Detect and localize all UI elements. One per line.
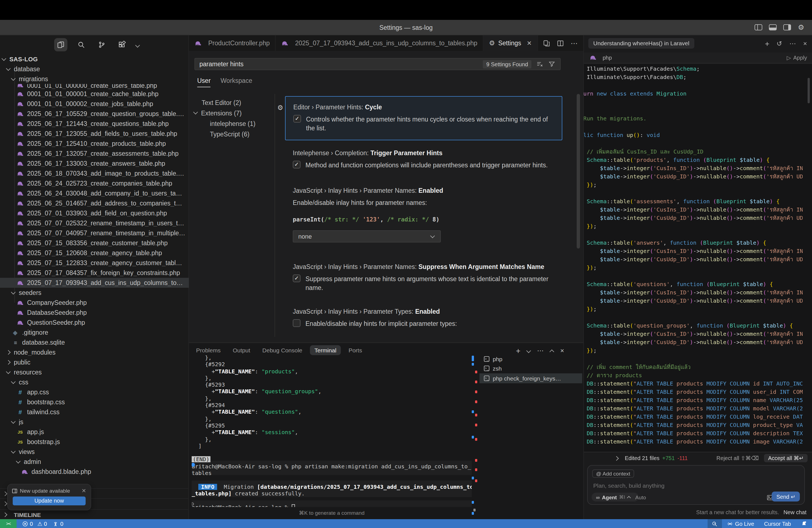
setting-checkbox[interactable]: ✓ xyxy=(293,275,301,282)
apply-button[interactable]: Apply xyxy=(793,55,807,61)
tree-item-folder[interactable]: resources xyxy=(0,367,189,377)
settings-search-input[interactable] xyxy=(195,61,433,68)
chat-more-icon[interactable]: ⋯ xyxy=(789,40,796,47)
panel-tab[interactable]: Ports xyxy=(344,345,366,355)
new-chat-icon[interactable]: + xyxy=(765,39,769,48)
setting-dropdown[interactable]: none xyxy=(293,230,441,243)
filter-icon[interactable] xyxy=(548,60,556,68)
problems-status[interactable]: 0 ⚠ 0 xyxy=(22,520,47,527)
terminal-dropdown-icon[interactable] xyxy=(526,349,531,353)
tree-item-file[interactable]: 2025_06_24_025723_create_companies_table… xyxy=(0,178,189,188)
extensions-icon[interactable] xyxy=(115,38,129,52)
tab-user-settings[interactable]: User xyxy=(197,77,211,84)
tree-item-file[interactable]: 0001_01_01_000002_create_jobs_table.php xyxy=(0,99,189,109)
tree-item-folder[interactable]: seeders xyxy=(0,288,189,298)
accept-all-button[interactable]: Accept all ⌘↵ xyxy=(764,454,808,462)
tree-item-file[interactable]: #tailwind.css xyxy=(0,407,189,417)
history-icon[interactable]: ↺ xyxy=(777,40,782,47)
more-actions-icon[interactable]: ⋯ xyxy=(570,39,578,47)
tree-item-file[interactable]: #app.css xyxy=(0,387,189,397)
search-icon[interactable] xyxy=(75,38,88,52)
tree-item-folder[interactable]: js xyxy=(0,417,189,427)
settings-search[interactable]: 9 Settings Found xyxy=(194,58,561,70)
tree-item-folder[interactable]: node_modules xyxy=(0,348,189,357)
ports-status[interactable]: 0 xyxy=(53,520,63,527)
tree-item-file[interactable]: 2025_06_17_123055_add_fields_to_users_ta… xyxy=(0,129,189,138)
tree-item-file[interactable]: DatabaseSeeder.php xyxy=(0,308,189,318)
tree-item-file[interactable]: 2025_06_17_121443_create_questions_table… xyxy=(0,119,189,129)
chat-input[interactable]: @ Add context Plan, search, build anythi… xyxy=(587,465,805,505)
tree-item-folder[interactable]: SAS-LOG xyxy=(0,54,189,64)
chevron-down-icon[interactable] xyxy=(135,43,140,48)
cursor-tab-toggle[interactable]: Cursor Tab xyxy=(759,519,796,528)
tree-item-file[interactable]: 2025_07_17_093943_add_cus_ins_udp_column… xyxy=(0,278,189,288)
tree-item-file[interactable]: QuestionSeeder.php xyxy=(0,318,189,327)
tree-item-file[interactable]: dashboard.blade.php xyxy=(0,467,189,476)
panel-tab[interactable]: Terminal xyxy=(310,345,341,355)
open-changes-icon[interactable] xyxy=(543,40,550,47)
terminal-instance[interactable]: >_zsh xyxy=(479,364,582,373)
notifications-bell-icon[interactable] xyxy=(796,519,812,528)
setting-checkbox[interactable]: ✓ xyxy=(293,161,301,168)
tree-item-file[interactable]: 0001_01_01_000001_create_cache_table.php xyxy=(0,89,189,99)
clear-filters-icon[interactable] xyxy=(536,60,543,68)
terminal-instance[interactable]: >_php xyxy=(479,354,582,364)
settings-toc-item[interactable]: Extensions (7) xyxy=(189,108,272,118)
maximize-panel-icon[interactable] xyxy=(550,349,554,354)
tree-item-file[interactable]: 2025_07_15_120608_create_agency_table.ph… xyxy=(0,248,189,258)
editor-tab[interactable]: ProductController.php xyxy=(189,35,276,51)
tree-item-file[interactable]: 2025_06_17_105529_create_question_groups… xyxy=(0,109,189,119)
source-control-icon[interactable] xyxy=(95,38,108,52)
send-button[interactable]: Send ↵ xyxy=(772,492,800,501)
new-chat-link[interactable]: New chat xyxy=(784,509,807,515)
tree-item-folder[interactable]: css xyxy=(0,377,189,387)
tab-workspace-settings[interactable]: Workspace xyxy=(221,77,252,84)
editor-tab[interactable]: ⚙Settings✕ xyxy=(483,35,538,51)
terminal-view[interactable]: }, {#5292 +"TABLE_NAME": "products", }, … xyxy=(192,355,472,507)
tree-item-file[interactable]: 2025_06_17_132057_create_assessments_tab… xyxy=(0,149,189,159)
tree-item-folder[interactable]: admin xyxy=(0,457,189,467)
tree-item-folder[interactable]: views xyxy=(0,447,189,457)
settings-toc-item[interactable]: Text Editor (2) xyxy=(189,97,272,108)
toggle-secondary-sidebar-icon[interactable] xyxy=(784,24,791,30)
panel-tab[interactable]: Problems xyxy=(192,345,225,355)
remote-indicator[interactable]: >< xyxy=(0,519,17,528)
tree-item-folder[interactable]: public xyxy=(0,357,189,367)
add-context-chip[interactable]: @ Add context xyxy=(592,469,634,478)
close-panel-icon[interactable]: × xyxy=(560,347,564,355)
tree-item-file[interactable]: 2025_06_17_125410_create_products_table.… xyxy=(0,138,189,149)
model-selector[interactable]: Auto xyxy=(635,494,646,500)
panel-tab[interactable]: Debug Console xyxy=(258,345,307,355)
tree-item-file[interactable]: JSbootstrap.js xyxy=(0,437,189,447)
editor-tab[interactable]: 2025_07_17_093943_add_cus_ins_udp_column… xyxy=(276,35,483,51)
go-live-button[interactable]: Go Live xyxy=(722,519,759,528)
terminal-instance[interactable]: >_php check_foreign_keys… xyxy=(479,373,582,383)
reject-all-button[interactable]: Reject all ⇧⌘⌫ xyxy=(716,455,759,461)
chat-title[interactable]: Understanding whereHas() in Laravel xyxy=(588,38,694,48)
setting-gear-icon[interactable]: ⚙ xyxy=(277,104,284,112)
expand-edits-icon[interactable] xyxy=(614,456,619,460)
settings-toc-item[interactable]: intelephense (1) xyxy=(189,118,272,129)
close-icon[interactable]: ✕ xyxy=(82,488,86,494)
toggle-panel-icon[interactable] xyxy=(769,24,777,30)
tree-item-file[interactable]: #bootstrap.css xyxy=(0,397,189,407)
tree-item-file[interactable]: 2025_06_18_070343_add_image_to_products_… xyxy=(0,168,189,178)
panel-tab[interactable]: Output xyxy=(228,345,255,355)
code-content[interactable]: use Illuminate\Support\Facades\Schema;us… xyxy=(584,64,802,446)
tree-item-file[interactable]: 2025_07_15_083356_create_customer_table.… xyxy=(0,238,189,248)
tree-item-file[interactable]: 2025_06_25_014657_add_address_to_compani… xyxy=(0,198,189,208)
tree-item-file[interactable]: 2025_07_15_122833_create_agency_customer… xyxy=(0,258,189,268)
tree-item-file[interactable]: 2025_07_01_033903_add_field_on_question.… xyxy=(0,208,189,218)
close-chat-icon[interactable]: × xyxy=(803,40,807,47)
settings-scrollbar[interactable] xyxy=(577,94,580,249)
tree-item-file[interactable]: 2025_06_24_030048_add_company_id_to_user… xyxy=(0,188,189,198)
tree-item-file[interactable]: 0001_01_01_000000_create_users_table.php xyxy=(0,84,189,89)
tree-item-folder[interactable]: database xyxy=(0,64,189,74)
tree-item-folder[interactable]: migrations xyxy=(0,74,189,84)
tree-item-file[interactable]: CompanySeeder.php xyxy=(0,298,189,308)
tree-item-file[interactable]: 2025_07_07_040957_rename_timestamp_in_mu… xyxy=(0,228,189,238)
tree-item-file[interactable]: 2025_06_17_133003_create_answers_table.p… xyxy=(0,159,189,168)
tree-item-file[interactable]: 2025_07_17_084357_fix_foreign_key_constr… xyxy=(0,268,189,278)
close-tab-icon[interactable]: ✕ xyxy=(527,40,532,47)
sidebar-section-timeline[interactable]: TIMELINE xyxy=(0,509,189,519)
